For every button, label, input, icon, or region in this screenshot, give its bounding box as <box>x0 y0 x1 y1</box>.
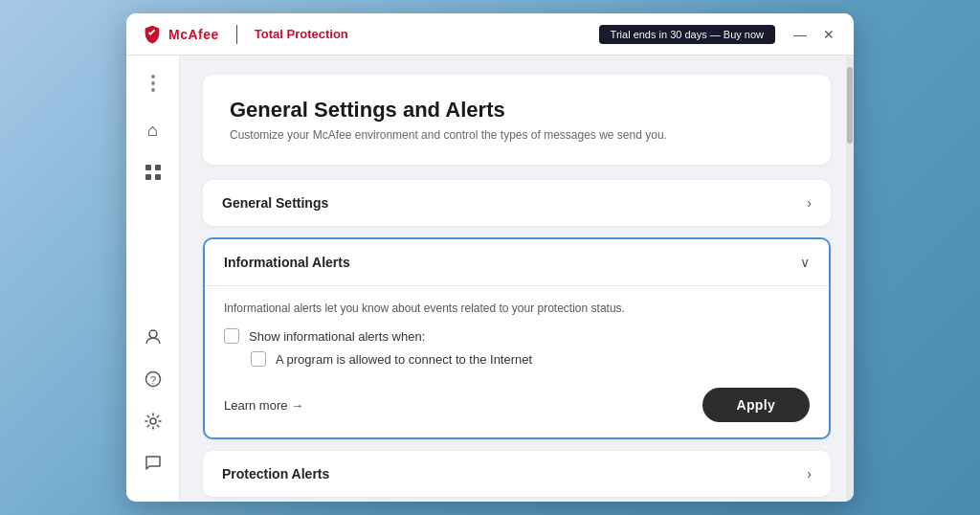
sidebar-item-chat[interactable] <box>134 444 172 482</box>
svg-text:?: ? <box>149 374 155 386</box>
program-internet-checkbox[interactable] <box>251 351 266 367</box>
informational-alerts-section: Informational Alerts ∨ Informational ale… <box>203 237 831 439</box>
product-name: Total Protection <box>255 27 348 41</box>
program-internet-row: A program is allowed to connect to the I… <box>224 351 810 367</box>
informational-alerts-header[interactable]: Informational Alerts ∨ <box>205 239 829 286</box>
show-alerts-label: Show informational alerts when: <box>249 329 425 344</box>
alerts-description: Informational alerts let you know about … <box>224 302 810 315</box>
general-settings-section: General Settings › <box>203 180 831 226</box>
svg-point-4 <box>149 330 157 338</box>
sidebar-bottom: ? <box>134 318 172 490</box>
general-settings-header[interactable]: General Settings › <box>203 180 831 226</box>
program-internet-label: A program is allowed to connect to the I… <box>276 352 532 367</box>
content-area: General Settings and Alerts Customize yo… <box>180 56 854 502</box>
apps-icon <box>145 164 162 181</box>
title-bar: McAfee Total Protection Trial ends in 30… <box>126 13 854 56</box>
scrollbar-track <box>846 56 854 502</box>
dot <box>151 75 155 78</box>
svg-rect-1 <box>155 165 161 170</box>
protection-alerts-chevron: › <box>807 466 812 481</box>
general-settings-title: General Settings <box>222 195 328 211</box>
account-icon <box>145 328 162 346</box>
svg-rect-0 <box>145 165 151 170</box>
mcafee-shield-icon <box>142 24 163 45</box>
minimize-button[interactable]: — <box>791 25 810 44</box>
sidebar-item-home[interactable]: ⌂ <box>134 111 172 149</box>
main-layout: ⌂ <box>126 56 854 502</box>
show-alerts-checkbox[interactable] <box>224 328 239 344</box>
brand-name: McAfee <box>168 27 219 42</box>
settings-icon <box>145 413 162 430</box>
alerts-footer: Learn more → Apply <box>205 374 829 437</box>
app-window: McAfee Total Protection Trial ends in 30… <box>126 13 854 502</box>
header-card: General Settings and Alerts Customize yo… <box>203 75 831 165</box>
window-controls: — ✕ <box>791 25 838 44</box>
general-settings-chevron: › <box>807 195 812 211</box>
dot <box>151 88 155 92</box>
apply-button[interactable]: Apply <box>702 388 810 422</box>
alerts-body: Informational alerts let you know about … <box>205 286 829 367</box>
sidebar-item-settings[interactable] <box>134 402 172 440</box>
page-subtitle: Customize your McAfee environment and co… <box>230 128 804 142</box>
close-button[interactable]: ✕ <box>819 25 838 44</box>
sidebar-item-apps[interactable] <box>134 153 172 191</box>
informational-alerts-chevron: ∨ <box>800 255 810 270</box>
show-alerts-row: Show informational alerts when: <box>224 328 810 344</box>
chat-icon <box>145 455 162 472</box>
protection-alerts-section: Protection Alerts › <box>203 451 831 497</box>
trial-banner[interactable]: Trial ends in 30 days — Buy now <box>599 25 775 44</box>
svg-rect-3 <box>155 174 161 180</box>
informational-alerts-title: Informational Alerts <box>224 255 350 270</box>
title-divider <box>236 25 237 44</box>
mcafee-logo: McAfee <box>142 24 219 45</box>
sidebar-menu-dots[interactable] <box>151 67 155 107</box>
protection-alerts-header[interactable]: Protection Alerts › <box>203 451 831 497</box>
sidebar-item-account[interactable] <box>134 318 172 356</box>
help-icon: ? <box>145 370 162 388</box>
page-title: General Settings and Alerts <box>230 98 804 123</box>
dot <box>151 81 155 85</box>
protection-alerts-title: Protection Alerts <box>222 466 329 481</box>
svg-point-7 <box>150 418 156 424</box>
sidebar: ⌂ <box>126 56 180 502</box>
svg-rect-2 <box>145 174 151 180</box>
learn-more-link[interactable]: Learn more → <box>224 398 303 413</box>
scrollbar-thumb[interactable] <box>847 67 853 144</box>
sidebar-item-help[interactable]: ? <box>134 360 172 398</box>
logo-area: McAfee Total Protection <box>142 24 599 45</box>
